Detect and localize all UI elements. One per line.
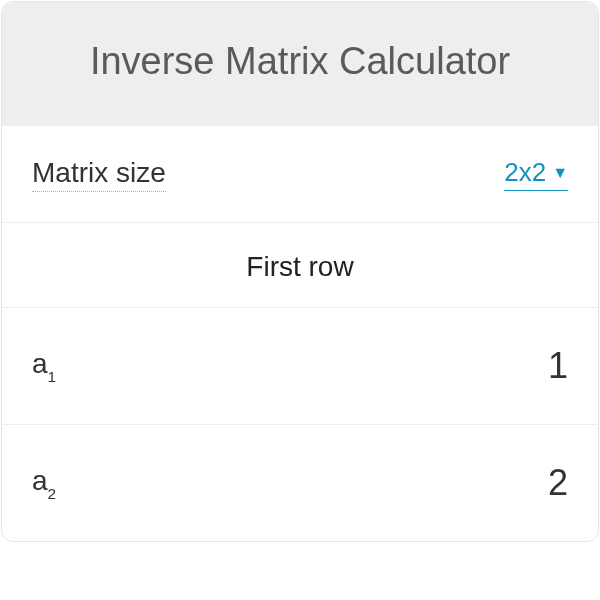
matrix-size-value: 2x2 xyxy=(504,157,546,188)
cell-a2-label: a2 xyxy=(32,465,56,501)
cell-a2-row-wrap: a2 2 xyxy=(2,424,598,541)
cell-a2-row: a2 2 xyxy=(32,425,568,541)
matrix-size-label: Matrix size xyxy=(32,157,166,192)
first-row-section: First row xyxy=(2,222,598,307)
calculator-card: Inverse Matrix Calculator Matrix size 2x… xyxy=(1,1,599,542)
cell-a2-value[interactable]: 2 xyxy=(548,462,568,504)
page-title: Inverse Matrix Calculator xyxy=(32,40,568,83)
cell-a1-row: a1 1 xyxy=(32,308,568,424)
matrix-size-section: Matrix size 2x2 ▼ xyxy=(2,125,598,222)
cell-a1-label: a1 xyxy=(32,348,56,384)
matrix-size-row: Matrix size 2x2 ▼ xyxy=(32,126,568,222)
matrix-size-select[interactable]: 2x2 ▼ xyxy=(504,157,568,191)
first-row-heading: First row xyxy=(32,223,568,307)
cell-a1-value[interactable]: 1 xyxy=(548,345,568,387)
cell-a1-row-wrap: a1 1 xyxy=(2,307,598,424)
title-bar: Inverse Matrix Calculator xyxy=(2,2,598,125)
chevron-down-icon: ▼ xyxy=(552,164,568,182)
